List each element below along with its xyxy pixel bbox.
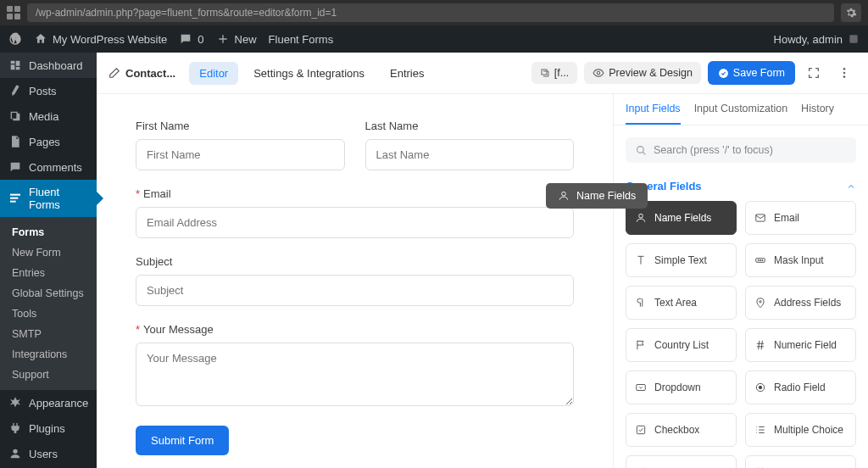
field-address[interactable]: Address Fields bbox=[745, 286, 856, 320]
sidebar-sub-forms[interactable]: Forms bbox=[0, 222, 97, 242]
sidebar-item-dashboard[interactable]: Dashboard bbox=[0, 53, 97, 78]
tab-settings[interactable]: Settings & Integrations bbox=[243, 62, 375, 85]
field-simple-text[interactable]: Simple Text bbox=[626, 243, 737, 277]
sidebar-sub-smtp[interactable]: SMTP bbox=[0, 324, 97, 344]
list-icon bbox=[754, 424, 766, 436]
field-country[interactable]: Country List bbox=[626, 328, 737, 362]
field-grid: Name Fields Email Simple Text Mask Input… bbox=[626, 201, 856, 468]
browser-apps-icon[interactable] bbox=[7, 6, 20, 20]
field-tooltip: Name Fields bbox=[546, 183, 648, 209]
tab-entries[interactable]: Entries bbox=[380, 62, 434, 85]
svg-rect-2 bbox=[10, 198, 18, 199]
pin-icon bbox=[754, 297, 766, 309]
dropdown-icon bbox=[635, 382, 647, 393]
svg-point-4 bbox=[13, 449, 17, 454]
subject-input[interactable] bbox=[136, 275, 574, 306]
sidebar-sub-integrations[interactable]: Integrations bbox=[0, 344, 97, 365]
howdy-link[interactable]: Howdy, admin bbox=[774, 33, 860, 46]
sidebar-sub-support[interactable]: Support bbox=[0, 365, 97, 385]
svg-rect-3 bbox=[10, 201, 16, 203]
sidebar-item-appearance[interactable]: Appearance bbox=[0, 390, 97, 415]
sidebar-item-plugins[interactable]: Plugins bbox=[0, 415, 97, 441]
wp-logo-icon[interactable] bbox=[8, 32, 22, 46]
form-canvas[interactable]: First Name Last Name *Email Subject bbox=[97, 94, 614, 468]
svg-point-20 bbox=[760, 259, 760, 260]
svg-point-16 bbox=[639, 214, 643, 218]
new-link[interactable]: New bbox=[216, 32, 257, 46]
field-email[interactable]: Email bbox=[745, 201, 856, 235]
text-icon bbox=[635, 254, 647, 266]
field-numeric[interactable]: Numeric Field bbox=[745, 328, 856, 362]
url-bar[interactable]: /wp-admin/admin.php?page=fluent_forms&ro… bbox=[27, 3, 834, 22]
form-name[interactable]: Contact... bbox=[108, 67, 175, 80]
field-radio[interactable]: Radio Field bbox=[745, 370, 856, 404]
sidebar-sub-new-form[interactable]: New Form bbox=[0, 242, 97, 263]
fullscreen-icon[interactable] bbox=[802, 61, 826, 85]
message-input[interactable] bbox=[136, 343, 574, 406]
general-fields-header[interactable]: General Fields bbox=[626, 175, 856, 201]
panel-tab-input-fields[interactable]: Input Fields bbox=[626, 103, 681, 125]
site-name: My WordPress Website bbox=[53, 33, 167, 46]
sidebar-sub-global-settings[interactable]: Global Settings bbox=[0, 283, 97, 304]
field-multiple-choice[interactable]: Multiple Choice bbox=[745, 413, 856, 447]
panel-tab-history[interactable]: History bbox=[801, 103, 834, 125]
field-dropdown[interactable]: Dropdown bbox=[626, 370, 737, 404]
email-input[interactable] bbox=[136, 207, 574, 238]
svg-point-15 bbox=[637, 146, 644, 153]
sidebar-submenu: Forms New Form Entries Global Settings T… bbox=[0, 217, 97, 390]
svg-rect-23 bbox=[637, 385, 646, 391]
svg-point-21 bbox=[762, 259, 763, 260]
sidebar-sub-entries[interactable]: Entries bbox=[0, 263, 97, 283]
fields-panel: Input Fields Input Customization History… bbox=[614, 94, 868, 468]
panel-tab-customization[interactable]: Input Customization bbox=[694, 103, 787, 125]
comments-count: 0 bbox=[198, 33, 203, 46]
sidebar-item-users[interactable]: Users bbox=[0, 441, 97, 466]
hash-icon bbox=[754, 339, 766, 351]
svg-rect-9 bbox=[542, 70, 547, 75]
tab-editor[interactable]: Editor bbox=[189, 62, 238, 85]
shortcode-button[interactable]: [f... bbox=[531, 62, 577, 84]
svg-point-25 bbox=[759, 386, 762, 389]
subject-label: Subject bbox=[136, 255, 574, 268]
sidebar-sub-tools[interactable]: Tools bbox=[0, 304, 97, 324]
more-icon[interactable] bbox=[832, 61, 856, 85]
editor-topbar: Contact... Editor Settings & Integration… bbox=[97, 53, 868, 94]
search-input[interactable]: Search (press '/' to focus) bbox=[626, 137, 856, 163]
site-link[interactable]: My WordPress Website bbox=[34, 32, 167, 46]
first-name-input[interactable] bbox=[136, 139, 345, 170]
submit-button[interactable]: Submit Form bbox=[136, 426, 229, 455]
svg-point-22 bbox=[760, 301, 761, 303]
svg-rect-0 bbox=[849, 35, 857, 42]
svg-point-14 bbox=[843, 75, 846, 78]
last-name-input[interactable] bbox=[365, 139, 575, 170]
sidebar-item-posts[interactable]: Posts bbox=[0, 78, 97, 103]
save-button[interactable]: Save Form bbox=[708, 61, 795, 85]
sidebar-active-arrow-icon bbox=[97, 192, 103, 205]
email-label: *Email bbox=[136, 187, 574, 200]
search-icon bbox=[636, 145, 647, 156]
field-mask-input[interactable]: Mask Input bbox=[745, 243, 856, 277]
svg-point-13 bbox=[843, 72, 846, 75]
browser-bar: /wp-admin/admin.php?page=fluent_forms&ro… bbox=[0, 0, 868, 25]
field-text-area[interactable]: Text Area bbox=[626, 286, 737, 320]
svg-point-12 bbox=[843, 68, 846, 70]
first-name-label: First Name bbox=[136, 120, 345, 132]
fluent-forms-link[interactable]: Fluent Forms bbox=[269, 33, 334, 46]
svg-point-28 bbox=[562, 192, 566, 196]
field-time-date[interactable]: Time & Date bbox=[745, 455, 856, 468]
svg-point-11 bbox=[719, 69, 728, 78]
flag-icon bbox=[635, 339, 647, 351]
wp-admin-toolbar: My WordPress Website 0 New Fluent Forms … bbox=[0, 25, 868, 53]
sidebar-item-pages[interactable]: Pages bbox=[0, 129, 97, 154]
comments-link[interactable]: 0 bbox=[179, 32, 203, 46]
field-website-url[interactable]: Website URL bbox=[626, 455, 737, 468]
preview-button[interactable]: Preview & Design bbox=[584, 62, 701, 84]
sidebar-item-media[interactable]: Media bbox=[0, 103, 97, 129]
sidebar-item-comments[interactable]: Comments bbox=[0, 154, 97, 180]
field-checkbox[interactable]: Checkbox bbox=[626, 413, 737, 447]
sidebar-item-fluent-forms[interactable]: Fluent Forms bbox=[0, 180, 97, 217]
new-label: New bbox=[235, 33, 257, 46]
browser-settings-icon[interactable] bbox=[841, 3, 861, 22]
svg-rect-1 bbox=[10, 194, 20, 196]
svg-rect-17 bbox=[756, 214, 765, 221]
